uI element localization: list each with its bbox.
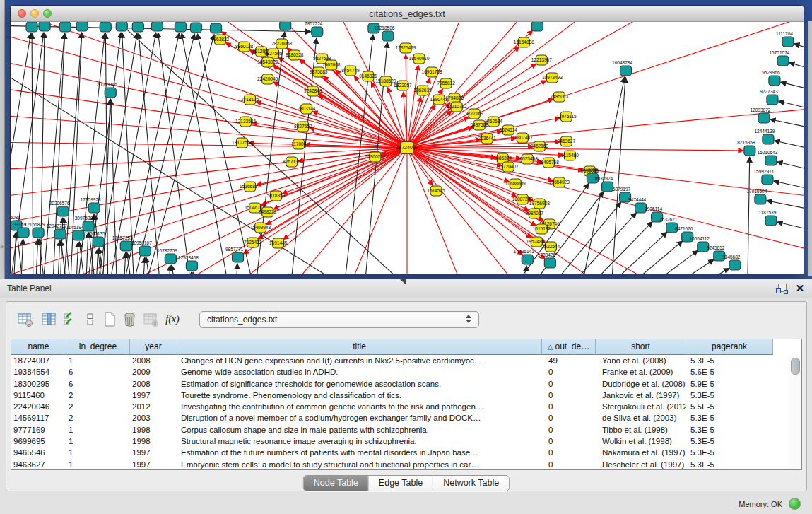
graph-node[interactable]: 8661021: [93, 22, 112, 32]
table-settings-button[interactable]: [16, 310, 35, 329]
new-table-button[interactable]: [101, 310, 119, 329]
graph-node[interactable]: 16033809: [271, 22, 292, 30]
graph-node[interactable]: 17359928: [81, 197, 101, 213]
graph-node[interactable]: 5878353: [267, 191, 286, 201]
graph-node[interactable]: 9115460: [561, 151, 579, 160]
graph-node[interactable]: 9345682: [722, 255, 741, 270]
tab-node-table[interactable]: Node Table: [304, 476, 369, 491]
graph-node[interactable]: 117006: [291, 139, 307, 149]
table-row[interactable]: 977716911998Corpus callosum shape and si…: [11, 424, 790, 436]
graph-node[interactable]: 1145194: [66, 225, 84, 240]
table-row[interactable]: 1872400712008Changes of HCN gene express…: [11, 355, 790, 366]
table-vertical-scrollbar[interactable]: [789, 356, 801, 469]
graph-node[interactable]: 7485063: [551, 92, 569, 102]
graph-node[interactable]: 12942737: [47, 223, 67, 239]
table-row[interactable]: 1456911722003Disruption of a novel membe…: [11, 412, 790, 424]
graph-node[interactable]: 12975115: [556, 112, 577, 122]
table-row[interactable]: 2242004622012Investigating the contribut…: [11, 401, 790, 412]
unselect-all-columns-button[interactable]: [81, 310, 100, 329]
select-all-columns-button[interactable]: [61, 310, 80, 329]
graph-node[interactable]: 12444139: [754, 129, 775, 144]
table-row[interactable]: 911546021997Tourette syndrome. Phenomeno…: [11, 390, 790, 401]
graph-node[interactable]: 15166827: [240, 182, 260, 192]
graph-node[interactable]: 2887682: [525, 22, 543, 31]
tab-network-table[interactable]: Network Table: [433, 476, 509, 491]
graph-node[interactable]: 28226058: [271, 39, 292, 49]
graph-node[interactable]: 17016504: [746, 189, 767, 204]
graph-node[interactable]: 12325419: [396, 43, 416, 53]
table-row[interactable]: 946362711997Embryonic stem cells: a mode…: [11, 459, 790, 469]
graph-node[interactable]: 15992971: [753, 169, 774, 185]
column-header-year[interactable]: year: [130, 339, 177, 355]
float-panel-icon[interactable]: [776, 283, 787, 294]
network-canvas[interactable]: 7963822886012889129542822605898275058186…: [11, 21, 804, 274]
graph-node[interactable]: 20053346: [97, 82, 117, 98]
graph-node[interactable]: 7955812: [437, 78, 455, 88]
graph-node[interactable]: 10807487: [512, 133, 533, 143]
graph-node[interactable]: 18640910: [409, 54, 430, 64]
graph-node[interactable]: 15751074: [769, 50, 789, 66]
graph-node[interactable]: 2718176: [241, 95, 259, 105]
function-builder-button[interactable]: f(x): [163, 310, 182, 329]
graph-node[interactable]: 6466162: [145, 22, 163, 31]
graph-node[interactable]: 16648784: [612, 60, 632, 76]
table-row[interactable]: 969969511998Structural magnetic resonanc…: [11, 436, 790, 447]
graph-node[interactable]: 9227343: [760, 89, 778, 105]
graph-node[interactable]: 14055724: [18, 22, 39, 32]
graph-node[interactable]: 7857224: [305, 22, 323, 37]
graph-node[interactable]: 9634505: [70, 22, 88, 31]
graph-node[interactable]: 1514545: [427, 186, 445, 196]
graph-node[interactable]: 8454749: [341, 66, 360, 76]
graph-node[interactable]: 1111704: [776, 31, 794, 47]
graph-node[interactable]: 16961758: [422, 67, 442, 77]
graph-node[interactable]: 15409948: [250, 223, 271, 233]
column-header-name[interactable]: name: [11, 339, 66, 355]
tab-edge-table[interactable]: Edge Table: [369, 476, 433, 491]
graph-node[interactable]: 8938924: [595, 176, 613, 192]
show-columns-button[interactable]: [40, 310, 59, 329]
column-header-in_degree[interactable]: in_degree: [66, 339, 130, 355]
graph-node[interactable]: 9146821: [359, 71, 377, 81]
table-selector-dropdown[interactable]: citations_edges.txt: [199, 311, 479, 328]
graph-node[interactable]: 12093872: [750, 107, 770, 123]
graph-node[interactable]: 9857771: [225, 247, 244, 262]
graph-node[interactable]: 16210643: [757, 150, 777, 165]
background-window-sliver-right: [808, 21, 812, 276]
graph-node[interactable]: 8186328: [286, 50, 304, 60]
column-header-short[interactable]: short: [596, 339, 686, 355]
graph-node[interactable]: 7625402: [244, 238, 262, 247]
graph-node[interactable]: 12923468: [178, 255, 199, 271]
graph-node[interactable]: 7515522: [204, 22, 222, 33]
graph-node[interactable]: 9474444: [628, 197, 647, 213]
graph-node[interactable]: 8267130: [283, 157, 301, 167]
graph-node[interactable]: 10688609: [505, 179, 526, 189]
table-row[interactable]: 946554611997Estimation of the future num…: [11, 447, 790, 458]
delete-trash-button[interactable]: [121, 310, 139, 329]
graph-node[interactable]: 1187539: [758, 210, 776, 226]
graph-node[interactable]: 2803144: [298, 104, 316, 114]
panel-resize-grip[interactable]: [400, 279, 406, 285]
graph-node[interactable]: 1733426: [538, 252, 556, 268]
close-panel-icon[interactable]: ✕: [794, 282, 806, 295]
graph-node[interactable]: 12213967: [531, 55, 552, 65]
scrollbar-thumb[interactable]: [791, 358, 800, 375]
graph-node[interactable]: 16782759: [157, 248, 177, 264]
graph-node[interactable]: 10719155: [167, 22, 187, 32]
column-header-pagerank[interactable]: pagerank: [686, 339, 773, 355]
table-row[interactable]: 1830029562008Estimation of significance …: [11, 378, 790, 390]
graph-node[interactable]: 8215358: [737, 140, 755, 156]
graph-node[interactable]: 9463627: [558, 136, 576, 146]
graph-node[interactable]: 6822057: [394, 81, 412, 90]
graph-node[interactable]: 18495758: [539, 158, 559, 168]
node-table: namein_degreeyeartitle△out_de…shortpager…: [11, 339, 802, 470]
graph-node[interactable]: 9529966: [762, 70, 780, 86]
column-header-out_de[interactable]: △out_de…: [542, 339, 596, 355]
graph-node[interactable]: 10958107: [131, 240, 152, 256]
window-titlebar[interactable]: citations_edges.txt: [11, 6, 804, 22]
graph-node[interactable]: 14136141: [514, 249, 534, 264]
graph-node[interactable]: 18107554: [232, 138, 252, 148]
column-header-title[interactable]: title: [177, 339, 542, 355]
table-row[interactable]: 1938455462009Genome-wide association stu…: [11, 366, 790, 378]
graph-node[interactable]: 19654923: [549, 177, 570, 187]
panel-collapse-handle[interactable]: »: [0, 243, 4, 250]
